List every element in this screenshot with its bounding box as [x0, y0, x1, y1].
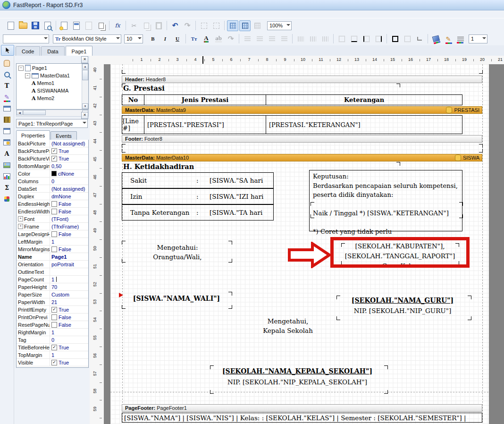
memo-kabupaten-tanggal[interactable]: [SEKOLAH."KABUPATEN"],[SEKOLAH."TANGGAL_…: [334, 241, 466, 264]
checkbox-unchecked-icon[interactable]: [51, 322, 57, 328]
property-row-Frame[interactable]: +Frame(TfrxFrame): [17, 223, 88, 230]
font-name-select[interactable]: Tr BookMan Old Style: [53, 34, 121, 43]
fit-to-grid-button[interactable]: [252, 20, 263, 31]
preview-button[interactable]: [42, 20, 53, 31]
memo-attendance-izin[interactable]: Izin:[SISWA."IZI hari: [122, 188, 274, 204]
property-value[interactable]: 0,50: [50, 162, 88, 170]
property-value[interactable]: 1: [50, 276, 88, 283]
insert-barcode-button[interactable]: [1, 114, 13, 125]
align-justify-button[interactable]: [278, 34, 290, 44]
memo-mengetahui-kepsek[interactable]: Mengetahui,Kepala Sekolah: [245, 316, 330, 335]
checkbox-unchecked-icon[interactable]: [51, 209, 57, 214]
group-button[interactable]: [198, 20, 210, 31]
highlight-button[interactable]: ab: [213, 34, 224, 44]
tree-item-memo1[interactable]: AMemo1: [17, 79, 82, 87]
tree-expand-toggle[interactable]: −: [25, 73, 30, 78]
new-page-button[interactable]: [59, 20, 70, 31]
checkbox-checked-icon[interactable]: ✓: [51, 148, 57, 154]
object-selector[interactable]: Page1: TfrxReportPage: [16, 119, 88, 128]
picture-object-button[interactable]: [1, 160, 13, 170]
sum-object-button[interactable]: Σ: [1, 182, 13, 193]
property-row-Duplex[interactable]: DuplexdmNone: [17, 193, 88, 200]
valign-top-button[interactable]: [295, 34, 306, 44]
tab-code[interactable]: Code: [16, 46, 40, 56]
tab-properties[interactable]: Properties: [16, 130, 50, 140]
checkbox-checked-icon[interactable]: ✓: [51, 345, 57, 350]
save-report-button[interactable]: [30, 20, 41, 31]
font-settings-button[interactable]: Tᴛ: [188, 34, 200, 44]
property-value[interactable]: 1: [50, 351, 88, 358]
property-value[interactable]: False: [50, 230, 88, 237]
tree-item-masterdata1[interactable]: −MasterData1: [17, 72, 82, 79]
property-row-ResetPageNu[interactable]: ResetPageNuFalse: [17, 321, 88, 329]
property-value[interactable]: clNone: [50, 170, 88, 177]
frame-bottom-button[interactable]: [348, 34, 360, 44]
band-masterdata9[interactable]: MasterData:MasterData9 PRESTASI: [122, 106, 482, 114]
property-row-LeftMargin[interactable]: LeftMargin1: [17, 238, 88, 246]
valign-middle-button[interactable]: [307, 34, 319, 44]
memo-line-number[interactable]: [Line#]: [122, 115, 144, 134]
zoom-select[interactable]: 100%: [267, 21, 292, 30]
property-row-Columns[interactable]: Columns0: [17, 178, 88, 185]
memo-keterangan-field[interactable]: [PRESTASI."KETERANGAN"]: [266, 115, 462, 134]
property-value[interactable]: ✓True: [50, 359, 88, 366]
report-page[interactable]: Header:Header8 G. Prestasi No Jenis Pres…: [110, 64, 489, 424]
property-row-BottomMargin[interactable]: BottomMargin0,50: [17, 162, 88, 170]
insert-band-button[interactable]: [1, 103, 13, 114]
open-report-button[interactable]: [17, 20, 29, 31]
property-value[interactable]: 1: [50, 329, 88, 336]
property-row-BackPictureVi[interactable]: BackPictureVi✓True: [17, 155, 88, 162]
property-row-PrintIfEmpty[interactable]: PrintIfEmpty✓True: [17, 306, 88, 314]
new-dialog-page-button[interactable]: [71, 20, 82, 31]
scroll-up-arrow[interactable]: ▲: [82, 64, 88, 69]
property-value[interactable]: (Not assigned): [50, 140, 88, 147]
frame-color-button[interactable]: ✎: [443, 34, 454, 44]
property-row-Tag[interactable]: Tag0: [17, 336, 88, 344]
checkbox-checked-icon[interactable]: ✓: [51, 360, 57, 365]
text-edit-tool-button[interactable]: T: [1, 80, 13, 91]
property-value[interactable]: (Not assigned): [50, 185, 88, 192]
band-pagefooter1[interactable]: PageFooter:PageFooter1: [122, 404, 482, 412]
property-row-Orientation[interactable]: OrientationpoPortrait: [17, 261, 88, 268]
redo-button[interactable]: ↷: [182, 20, 193, 31]
property-value[interactable]: ✓True: [50, 155, 88, 162]
memo-guru[interactable]: [SEKOLAH."NAMA_GURU"] NIP. [SEKOLAH."NIP…: [339, 296, 466, 315]
property-value[interactable]: (TFont): [50, 215, 88, 222]
style-select[interactable]: [3, 34, 49, 43]
frame-left-button[interactable]: [361, 34, 372, 44]
property-row-PrintOnPrevi[interactable]: PrintOnPreviFalse: [17, 314, 88, 321]
frame-all-button[interactable]: [389, 34, 401, 44]
align-center-button[interactable]: [254, 34, 265, 44]
checkbox-unchecked-icon[interactable]: [51, 246, 57, 252]
memo-pagefooter[interactable]: [SISWA."NAMA"] | [SISWA."NIS"] | Kelas: …: [122, 413, 482, 423]
tree-vertical-scrollbar[interactable]: ▲ ▼: [82, 64, 88, 109]
select-tool-button[interactable]: [1, 45, 14, 56]
property-row-Visible[interactable]: Visible✓True: [17, 359, 88, 366]
property-row-TitleBeforeHe[interactable]: TitleBeforeHe✓True: [17, 344, 88, 351]
checkbox-unchecked-icon[interactable]: [51, 231, 57, 237]
italic-button[interactable]: I: [160, 34, 171, 44]
paste-button[interactable]: [153, 20, 164, 31]
property-value[interactable]: (TfrxFrame): [50, 223, 88, 230]
inspector-close-button[interactable]: ✕: [81, 112, 88, 119]
tab-data[interactable]: Data: [41, 46, 64, 56]
text-rotation-button[interactable]: ↷: [225, 34, 236, 44]
property-value[interactable]: False: [50, 200, 88, 207]
property-expand-icon[interactable]: +: [18, 224, 23, 229]
memo-keputusan[interactable]: Keputusan: Berdasarkan pencapaian seluru…: [309, 170, 462, 231]
property-row-EndlessHeigh[interactable]: EndlessHeighFalse: [17, 200, 88, 208]
delete-page-button[interactable]: [83, 20, 94, 31]
bold-button[interactable]: B: [147, 34, 159, 44]
property-value[interactable]: 21: [50, 298, 88, 305]
band-masterdata10[interactable]: MasterData:MasterData10 SISWA: [122, 154, 482, 161]
property-row-PaperHeight[interactable]: PaperHeight70: [17, 283, 88, 291]
frame-edit-button[interactable]: [414, 34, 425, 44]
undo-button[interactable]: ↶: [169, 20, 181, 31]
page-settings-button[interactable]: [95, 20, 107, 31]
property-row-OutlineText[interactable]: OutlineText: [17, 268, 88, 276]
property-value[interactable]: 0: [50, 178, 88, 185]
frame-none-button[interactable]: [402, 34, 413, 44]
memo-section-h-title[interactable]: H. Ketidakhadiran: [123, 162, 194, 170]
memo-attendance-sakit[interactable]: Sakit:[SISWA."SA hari: [122, 172, 274, 188]
property-value[interactable]: False: [50, 246, 88, 253]
